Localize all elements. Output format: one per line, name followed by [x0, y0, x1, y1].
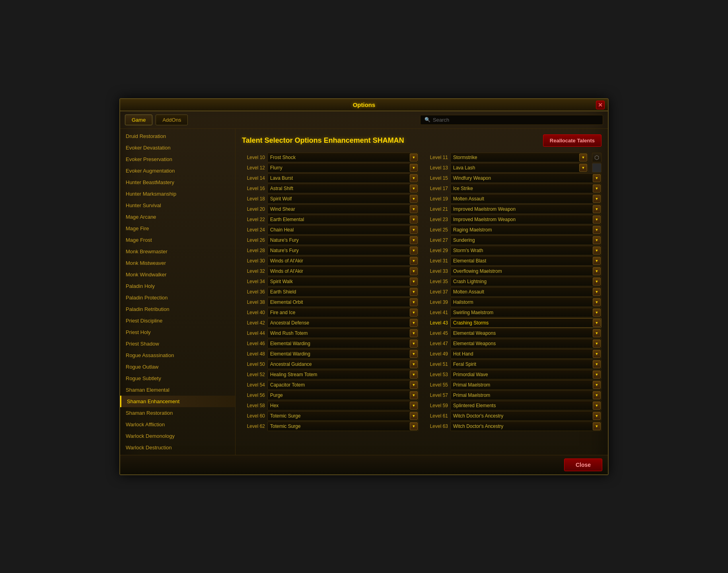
- talent-select[interactable]: Lava Lash: [450, 163, 588, 173]
- talent-select[interactable]: Winds of Al'Akir: [267, 266, 419, 276]
- sidebar-item[interactable]: Druid Restoration: [120, 130, 235, 142]
- talent-select[interactable]: Raging Maelstrom: [450, 225, 601, 235]
- talent-select[interactable]: Elemental Orbit: [267, 297, 419, 307]
- sidebar-item[interactable]: Evoker Augmentation: [120, 165, 235, 177]
- sidebar-item[interactable]: Rogue Assassination: [120, 350, 235, 361]
- talent-row: Level 24Chain Heal▼: [242, 225, 419, 235]
- talent-select[interactable]: Flurry: [267, 163, 419, 173]
- talent-select[interactable]: Wind Rush Totem: [267, 328, 419, 338]
- talent-select[interactable]: Swirling Maelstrom: [450, 308, 601, 317]
- talent-select[interactable]: Elemental Blast: [450, 256, 601, 266]
- sidebar-item[interactable]: Monk Windwalker: [120, 269, 235, 280]
- sidebar-item[interactable]: Warlock Destruction: [120, 442, 235, 453]
- talent-select[interactable]: Totemic Surge: [267, 421, 419, 431]
- level-label: Level 59: [425, 403, 448, 408]
- talent-select[interactable]: Hot Hand: [450, 349, 601, 359]
- talent-select[interactable]: Witch Doctor's Ancestry: [450, 421, 601, 431]
- level-label: Level 32: [242, 268, 265, 274]
- talent-select[interactable]: Nature's Fury: [267, 235, 419, 245]
- talent-select[interactable]: Wind Shear: [267, 204, 419, 214]
- talent-select[interactable]: Elemental Weapons: [450, 339, 601, 348]
- talent-row: Level 11Stormstrike▼⬡: [425, 152, 601, 163]
- sidebar-item[interactable]: Mage Frost: [120, 234, 235, 246]
- talent-select[interactable]: Purge: [267, 390, 419, 400]
- talent-select[interactable]: Spirit Wolf: [267, 194, 419, 204]
- sidebar-item[interactable]: Shaman Restoration: [120, 407, 235, 419]
- sidebar-item[interactable]: Warlock Demonology: [120, 430, 235, 442]
- talent-select[interactable]: Elemental Warding: [267, 349, 419, 359]
- talent-select[interactable]: Lava Burst: [267, 173, 419, 183]
- sidebar-item[interactable]: Priest Shadow: [120, 338, 235, 350]
- sidebar-item[interactable]: Monk Mistweaver: [120, 257, 235, 269]
- talent-select[interactable]: Primal Maelstrom: [450, 380, 601, 390]
- talent-select-wrap: Crashing Storms▼: [450, 318, 601, 328]
- sidebar-item[interactable]: Hunter Survival: [120, 200, 235, 211]
- talent-select[interactable]: Hailstorm: [450, 297, 601, 307]
- talent-select[interactable]: Feral Spirit: [450, 359, 601, 369]
- talent-select[interactable]: Earth Elemental: [267, 215, 419, 224]
- talent-row: Level 32Winds of Al'Akir▼: [242, 266, 419, 276]
- sidebar-item[interactable]: Priest Discipline: [120, 315, 235, 326]
- talent-select[interactable]: Totemic Surge: [267, 411, 419, 421]
- talent-select[interactable]: Witch Doctor's Ancestry: [450, 411, 601, 421]
- talent-select[interactable]: Overflowing Maelstrom: [450, 266, 601, 276]
- talent-select[interactable]: Hex: [267, 401, 419, 410]
- talent-select[interactable]: Improved Maelstrom Weapon: [450, 204, 601, 214]
- sidebar-item[interactable]: Shaman Enhancement: [120, 396, 235, 407]
- tab-addons[interactable]: AddOns: [156, 115, 188, 125]
- search-input[interactable]: [433, 117, 599, 123]
- talent-select[interactable]: Primal Maelstrom: [450, 390, 601, 400]
- talent-select[interactable]: Molten Assault: [450, 194, 601, 204]
- sidebar-item[interactable]: Rogue Subtlety: [120, 373, 235, 384]
- talent-select[interactable]: Crashing Storms: [450, 318, 601, 328]
- talent-select[interactable]: Ancestral Guidance: [267, 359, 419, 369]
- talent-select[interactable]: Nature's Fury: [267, 246, 419, 255]
- sidebar-item[interactable]: Monk Brewmaster: [120, 246, 235, 257]
- talent-select[interactable]: Molten Assault: [450, 287, 601, 297]
- level-label: Level 55: [425, 382, 448, 388]
- tab-game[interactable]: Game: [125, 115, 152, 125]
- talent-select[interactable]: Elemental Weapons: [450, 328, 601, 338]
- talent-select[interactable]: Splintered Elements: [450, 401, 601, 410]
- sidebar-item[interactable]: Paladin Protection: [120, 292, 235, 303]
- talent-select[interactable]: Ancestral Defense: [267, 318, 419, 328]
- talent-select-wrap: Elemental Weapons▼: [450, 339, 601, 348]
- close-button[interactable]: Close: [564, 458, 602, 471]
- row-icon-button-1[interactable]: ⬡: [592, 153, 601, 162]
- reallocate-talents-button[interactable]: Reallocate Talents: [543, 134, 601, 147]
- sidebar-item[interactable]: Shaman Elemental: [120, 384, 235, 396]
- talent-select[interactable]: Chain Heal: [267, 225, 419, 235]
- talent-select[interactable]: Crash Lightning: [450, 277, 601, 286]
- sidebar-item[interactable]: Evoker Devastation: [120, 142, 235, 153]
- level-label: Level 54: [242, 382, 265, 388]
- talent-select[interactable]: Improved Maelstrom Weapon: [450, 215, 601, 224]
- talent-select[interactable]: Fire and Ice: [267, 308, 419, 317]
- sidebar-item[interactable]: Hunter BeastMastery: [120, 177, 235, 188]
- sidebar-item[interactable]: Mage Arcane: [120, 211, 235, 223]
- talent-select[interactable]: Storm's Wrath: [450, 246, 601, 255]
- sidebar-item[interactable]: Evoker Preservation: [120, 153, 235, 165]
- sidebar-item[interactable]: Priest Holy: [120, 326, 235, 338]
- row-icon-button-2[interactable]: [592, 163, 601, 173]
- talent-select[interactable]: Stormstrike: [450, 153, 588, 162]
- talent-select[interactable]: Elemental Warding: [267, 339, 419, 348]
- talent-select[interactable]: Ice Strike: [450, 184, 601, 193]
- sidebar-item[interactable]: Hunter Marksmanship: [120, 188, 235, 200]
- talent-select[interactable]: Astral Shift: [267, 184, 419, 193]
- talent-select[interactable]: Primordial Wave: [450, 370, 601, 379]
- talent-select[interactable]: Winds of Al'Akir: [267, 256, 419, 266]
- talent-select[interactable]: Spirit Walk: [267, 277, 419, 286]
- talent-select[interactable]: Capacitor Totem: [267, 380, 419, 390]
- talent-select-wrap: Ice Strike▼: [450, 184, 601, 193]
- window-close-button[interactable]: ✕: [596, 101, 605, 109]
- talent-select[interactable]: Earth Shield: [267, 287, 419, 297]
- sidebar-item[interactable]: Mage Fire: [120, 223, 235, 234]
- sidebar-item[interactable]: Paladin Retribution: [120, 303, 235, 315]
- talent-select[interactable]: Healing Stream Totem: [267, 370, 419, 379]
- talent-select[interactable]: Windfury Weapon: [450, 173, 601, 183]
- sidebar-item[interactable]: Warlock Affliction: [120, 419, 235, 430]
- talent-select[interactable]: Frost Shock: [267, 153, 419, 162]
- sidebar-item[interactable]: Paladin Holy: [120, 280, 235, 292]
- sidebar-item[interactable]: Rogue Outlaw: [120, 361, 235, 373]
- talent-select[interactable]: Sundering: [450, 235, 601, 245]
